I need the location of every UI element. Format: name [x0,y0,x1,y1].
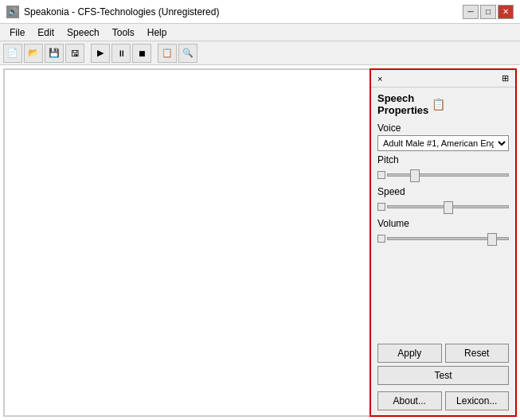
menu-file[interactable]: File [3,25,31,40]
panel-maximize-button[interactable]: ⊞ [498,73,512,84]
volume-section: Volume [377,218,509,247]
save-as-button[interactable]: 🖫 [65,44,84,63]
menu-help[interactable]: Help [141,25,174,40]
main-content: × ⊞ SpeechProperties 📋 Voice Adult Male … [0,65,520,420]
voice-select[interactable]: Adult Male #1, American Eng [377,135,509,151]
open-button[interactable]: 📂 [24,44,43,63]
play-button[interactable]: ▶ [91,44,110,63]
speech-panel: × ⊞ SpeechProperties 📋 Voice Adult Male … [369,68,517,417]
pitch-label: Pitch [377,154,509,165]
close-button[interactable]: ✕ [498,5,514,19]
lexicon-button[interactable]: Lexicon... [445,391,510,410]
speed-slider-container [377,199,509,215]
properties-icon: 📋 [432,98,445,111]
window-controls: ─ □ ✕ [463,5,514,19]
panel-heading: SpeechProperties 📋 [377,92,509,116]
speed-slider[interactable] [387,199,509,215]
volume-slider[interactable] [387,231,509,247]
about-lexicon-row: About... Lexicon... [377,391,509,410]
menu-edit[interactable]: Edit [31,25,61,40]
menu-bar: File Edit Speech Tools Help [0,24,520,41]
speech-panel-wrapper: × ⊞ SpeechProperties 📋 Voice Adult Male … [369,68,517,417]
pitch-left-mark [377,171,385,179]
pitch-slider-container [377,167,509,183]
voice-section: Voice Adult Male #1, American Eng [377,122,509,151]
panel-close-button[interactable]: × [374,74,385,84]
stop-button[interactable]: ⏹ [132,44,151,63]
volume-label: Volume [377,218,509,229]
pitch-slider[interactable] [387,167,509,183]
new-button[interactable]: 📄 [3,44,22,63]
test-button[interactable]: Test [377,366,509,385]
speed-section: Speed [377,186,509,215]
speed-left-mark [377,203,385,211]
apply-button[interactable]: Apply [377,344,442,363]
minimize-button[interactable]: ─ [463,5,479,19]
voice-label: Voice [377,122,509,134]
volume-slider-container [377,231,509,247]
panel-title: SpeechProperties [377,92,428,116]
title-bar: 🔊 Speakonia - CFS-Technologies (Unregist… [0,0,520,24]
panel-inner: SpeechProperties 📋 Voice Adult Male #1, … [371,88,515,415]
pitch-section: Pitch [377,154,509,183]
menu-tools[interactable]: Tools [106,25,141,40]
copy-button[interactable]: 📋 [158,44,177,63]
panel-title-bar: × ⊞ [371,70,515,88]
search-button[interactable]: 🔍 [178,44,197,63]
window-title: Speakonia - CFS-Technologies (Unregister… [24,6,463,18]
maximize-button[interactable]: □ [480,5,496,19]
save-button[interactable]: 💾 [45,44,64,63]
app-icon: 🔊 [6,6,19,18]
pause-button[interactable]: ⏸ [111,44,131,63]
speed-label: Speed [377,186,509,197]
about-button[interactable]: About... [377,391,442,410]
reset-button[interactable]: Reset [445,344,510,363]
apply-reset-row: Apply Reset [377,344,509,363]
menu-speech[interactable]: Speech [61,25,106,40]
volume-left-mark [377,235,385,243]
toolbar: 📄 📂 💾 🖫 ▶ ⏸ ⏹ 📋 🔍 [0,41,520,65]
